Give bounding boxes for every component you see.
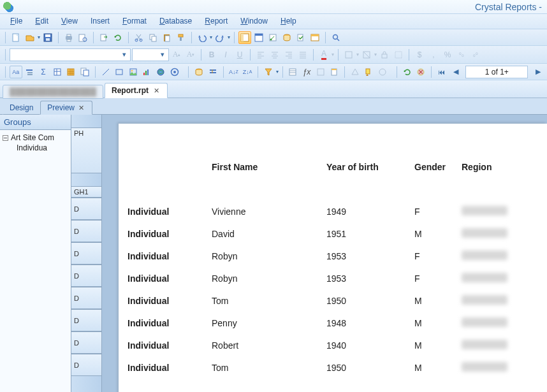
align-left-icon[interactable] [254,48,267,61]
refresh-icon[interactable] [112,31,124,44]
table-row[interactable]: IndividualVivienne1949F [119,200,547,222]
print-icon[interactable] [62,31,75,44]
select-expert-icon[interactable] [262,66,275,78]
percent-icon[interactable]: % [441,48,454,61]
open-icon[interactable] [24,31,36,44]
section-expert-icon[interactable] [287,66,300,78]
close-icon[interactable]: ✕ [152,87,161,95]
align-justify-icon[interactable] [296,48,309,61]
tree-root[interactable]: Art Site Com [3,133,68,143]
nav-next-icon[interactable]: ▶ [532,66,544,78]
lock-size-icon[interactable] [392,48,405,61]
repository-icon[interactable] [281,31,293,44]
tree-toggle-icon[interactable] [3,135,8,141]
ruler-detail[interactable]: D [71,220,101,242]
paste-icon[interactable] [161,31,173,44]
table-row[interactable]: IndividualRobyn1953F [119,245,547,267]
table-row[interactable]: IndividualRobert1940M [119,334,547,356]
group-expert-icon[interactable] [207,66,219,78]
font-color-icon[interactable]: A [317,48,330,61]
menu-format[interactable]: Format [116,14,153,29]
workbench-icon[interactable] [309,31,321,44]
picture-icon[interactable] [127,66,140,78]
template-expert-icon[interactable] [328,66,340,78]
ruler-detail[interactable]: D [71,287,101,309]
format-painter-icon[interactable] [175,31,187,44]
currency-icon[interactable]: $ [413,48,426,61]
ruler-detail[interactable]: D [71,265,101,287]
preview-pane[interactable]: First Name Year of birth Gender Region I… [102,115,547,392]
line-icon[interactable] [99,66,112,78]
redo-icon[interactable] [214,31,226,44]
menu-edit[interactable]: Edit [29,14,55,29]
table-row[interactable]: IndividualTom1950M [119,356,547,379]
menu-help[interactable]: Help [274,14,303,29]
stop-icon[interactable] [415,66,428,78]
menu-view[interactable]: View [55,14,84,29]
report-explorer-icon[interactable] [266,31,279,44]
tree-child[interactable]: Individua [3,143,68,153]
suppress-icon[interactable] [360,48,373,61]
highlight-expert-icon[interactable] [363,66,376,78]
menu-report[interactable]: Report [198,14,234,29]
subreport-icon[interactable] [78,66,91,78]
toggle-panel-icon[interactable] [238,31,251,44]
ruler-page-header[interactable]: PH [71,127,101,173]
nav-first-icon[interactable]: ⏮ [435,66,448,78]
map-icon[interactable] [154,66,167,78]
close-icon[interactable]: ✕ [77,104,85,112]
ruler-detail[interactable]: D [71,354,101,376]
menu-file[interactable]: File [4,14,29,29]
ruler-detail[interactable]: D [71,331,101,354]
print-preview-icon[interactable] [77,31,89,44]
new-doc-icon[interactable] [10,31,22,44]
chart-icon[interactable] [141,66,154,78]
underline-icon[interactable]: U [233,48,246,61]
cut-icon[interactable] [133,31,145,44]
table-row[interactable]: IndividualTom1950M [119,289,547,312]
refresh-data-icon[interactable] [401,66,414,78]
nav-prev-icon[interactable]: ◀ [449,66,462,78]
copy-icon[interactable] [147,31,159,44]
decrease-font-icon[interactable]: A▾ [184,48,197,61]
ruler-detail[interactable]: D [71,198,101,220]
formula-workshop-icon[interactable]: ƒx [300,66,313,78]
groups-tree[interactable]: Art Site Com Individua [0,130,71,156]
menu-window[interactable]: Window [234,14,274,29]
flash-icon[interactable] [168,66,181,78]
tab-design[interactable]: Design [3,101,40,115]
box-icon[interactable] [113,66,126,78]
align-center-icon[interactable] [268,48,281,61]
olap-grid-icon[interactable] [64,66,77,78]
cross-tab-icon[interactable] [51,66,64,78]
dec-decimal-icon[interactable]: ₀⁰ [469,48,482,61]
ruler-detail[interactable]: D [71,309,101,331]
increase-font-icon[interactable]: A▴ [170,48,183,61]
italic-icon[interactable]: I [219,48,232,61]
text-object-icon[interactable]: Aa [10,66,22,78]
table-row[interactable]: IndividualDavid1951M [119,222,547,245]
tab-preview[interactable]: Preview ✕ [40,101,92,115]
document-tab-active[interactable]: Report.rpt ✕ [105,83,168,98]
sort-desc-icon[interactable]: Z↓A [241,66,254,78]
menu-insert[interactable]: Insert [84,14,116,29]
thousands-icon[interactable]: , [427,48,440,61]
menu-database[interactable]: Database [153,14,198,29]
lock-format-icon[interactable] [378,48,391,61]
bold-icon[interactable]: B [205,48,218,61]
olap-design-icon[interactable] [314,66,327,78]
insert-hyperlink-icon[interactable] [376,66,389,78]
find-icon[interactable] [330,31,342,44]
inc-decimal-icon[interactable]: ⁰₀ [455,48,468,61]
field-explorer-icon[interactable] [252,31,265,44]
db-expert-icon[interactable] [193,66,205,78]
export-icon[interactable] [98,31,110,44]
ruler-detail[interactable]: D [71,242,101,265]
summary-icon[interactable]: Σ [37,66,50,78]
check-dependencies-icon[interactable] [295,31,307,44]
align-right-icon[interactable] [282,48,295,61]
group-icon[interactable] [24,66,36,78]
undo-icon[interactable] [196,31,208,44]
font-size-combo[interactable]: ▾ [132,48,169,61]
document-tab-other[interactable]: ████████████████ [3,85,103,99]
